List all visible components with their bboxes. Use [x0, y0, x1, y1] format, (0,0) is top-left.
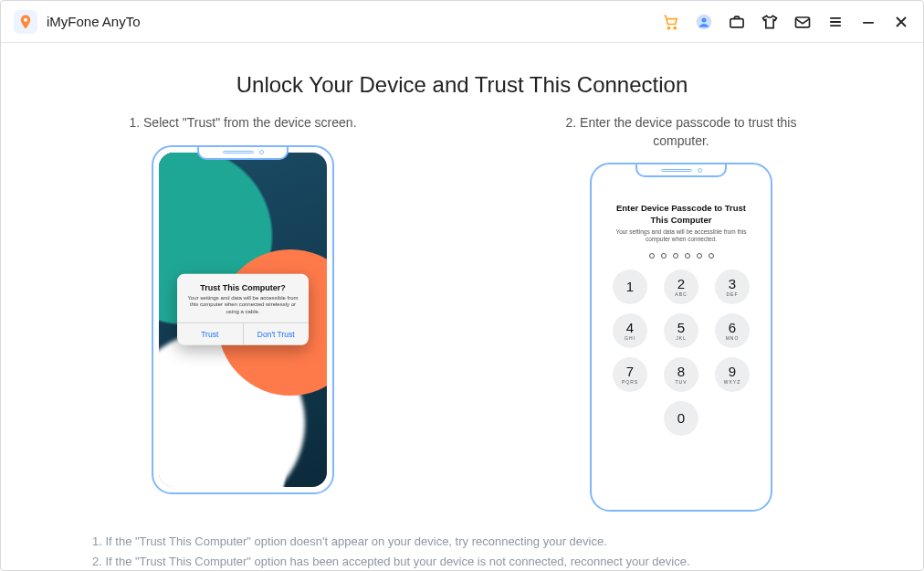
svg-point-2	[674, 26, 676, 28]
keypad: 1 2ABC 3DEF 4GHI 5JKL 6MNO 7PQRS 8TUV 9W…	[597, 270, 765, 436]
phone-mockup-passcode: Enter Device Passcode to Trust This Comp…	[590, 163, 772, 512]
dialog-title: Trust This Computer?	[184, 282, 301, 291]
step1-panel: 1. Select "Trust" from the device screen…	[115, 114, 371, 512]
passcode-subtitle: Your settings and data will be accessibl…	[597, 226, 765, 244]
keypad-7: 7PQRS	[613, 357, 647, 392]
svg-point-4	[702, 17, 707, 22]
trust-button: Trust	[177, 323, 244, 345]
briefcase-icon[interactable]	[728, 13, 746, 31]
passcode-dots	[597, 253, 765, 259]
app-logo	[14, 10, 37, 34]
step1-caption: 1. Select "Trust" from the device screen…	[129, 114, 356, 132]
step2-panel: 2. Enter the device passcode to trust th…	[553, 114, 809, 512]
passcode-title: Enter Device Passcode to Trust This Comp…	[597, 203, 765, 226]
keypad-9: 9WXYZ	[715, 357, 750, 392]
dialog-message: Your settings and data will be accessibl…	[184, 294, 301, 315]
footnotes: 1. If the "Trust This Computer" option d…	[37, 532, 887, 571]
keypad-8: 8TUV	[664, 357, 698, 392]
keypad-0: 0	[664, 401, 698, 436]
minimize-icon[interactable]	[859, 13, 877, 31]
page-title: Unlock Your Device and Trust This Connec…	[37, 72, 887, 98]
menu-icon[interactable]	[826, 13, 845, 31]
app-title: iMyFone AnyTo	[47, 14, 141, 29]
titlebar: iMyFone AnyTo	[1, 1, 923, 43]
keypad-1: 1	[613, 270, 647, 304]
svg-rect-5	[730, 18, 743, 26]
svg-point-0	[24, 17, 27, 21]
dont-trust-button: Don't Trust	[244, 323, 310, 345]
footnote-2: 2. If the "Trust This Computer" option h…	[92, 552, 832, 571]
svg-point-1	[667, 26, 669, 28]
phone-mockup-trust: Trust This Computer? Your settings and d…	[152, 145, 334, 494]
shirt-icon[interactable]	[761, 13, 779, 31]
keypad-3: 3DEF	[715, 270, 750, 304]
keypad-4: 4GHI	[613, 313, 647, 348]
close-icon[interactable]	[892, 13, 910, 31]
keypad-6: 6MNO	[715, 313, 750, 348]
keypad-2: 2ABC	[664, 270, 698, 304]
account-icon[interactable]	[695, 13, 713, 31]
footnote-1: 1. If the "Trust This Computer" option d…	[92, 532, 832, 552]
keypad-5: 5JKL	[664, 313, 698, 348]
cart-icon[interactable]	[662, 13, 680, 31]
svg-rect-6	[796, 17, 810, 27]
trust-dialog: Trust This Computer? Your settings and d…	[177, 273, 309, 345]
step2-caption: 2. Enter the device passcode to trust th…	[553, 114, 809, 150]
mail-icon[interactable]	[793, 13, 812, 31]
